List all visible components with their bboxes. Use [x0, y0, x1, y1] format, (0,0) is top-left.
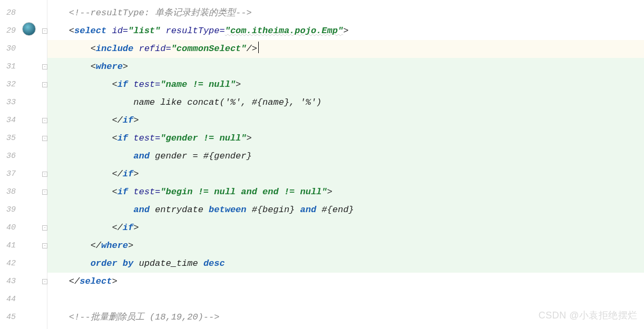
code-line[interactable]: </if> [47, 219, 644, 237]
xml-comment: <!--resultType: 单条记录封装的类型--> [69, 8, 252, 18]
fold-icon[interactable]: - [42, 118, 47, 123]
code-line[interactable]: and entrydate between #{begin} and #{end… [47, 201, 644, 219]
code-line[interactable]: </select> [47, 273, 644, 291]
editor-root: 28 29- 30 31- 32- 33 34- 35- 36 37- 38- … [0, 0, 644, 329]
fold-icon[interactable]: - [42, 243, 47, 248]
line-number: 38- [0, 183, 47, 201]
xml-tag: select [80, 276, 112, 286]
fold-icon[interactable]: - [42, 225, 47, 231]
xml-tag: if [123, 115, 133, 125]
line-number: 31- [0, 58, 47, 76]
code-line-active[interactable]: <include refid="commonSelect"/> [47, 40, 644, 58]
fold-icon[interactable]: - [42, 279, 47, 284]
code-line[interactable]: </where> [47, 237, 644, 255]
line-number: 42 [0, 255, 47, 273]
line-number: 40- [0, 219, 47, 237]
code-line[interactable]: <select id="list" resultType="com.itheim… [47, 22, 644, 40]
xml-tag: if [118, 79, 128, 89]
annotation-avatar-icon [22, 22, 36, 36]
fold-icon[interactable]: - [42, 172, 47, 177]
fold-icon[interactable]: - [42, 136, 47, 141]
line-number: 33 [0, 94, 47, 112]
watermark-text: CSDN @小袁拒绝摆烂 [539, 309, 638, 322]
code-line[interactable]: <if test="gender != null"> [47, 129, 644, 147]
line-number: 36 [0, 147, 47, 165]
xml-comment: <!--批量删除员工 (18,19,20)--> [69, 312, 220, 322]
code-area[interactable]: <!--resultType: 单条记录封装的类型--> <select id=… [47, 0, 644, 329]
xml-tag: if [123, 223, 133, 233]
xml-tag: include [96, 44, 133, 54]
xml-tag: if [118, 187, 128, 197]
code-line[interactable]: <!--resultType: 单条记录封装的类型--> [47, 4, 644, 22]
line-number: 32- [0, 76, 47, 94]
line-number: 34- [0, 112, 47, 129]
line-number: 37- [0, 165, 47, 183]
line-number: 43- [0, 273, 47, 291]
fold-icon[interactable]: - [42, 82, 47, 87]
code-line[interactable]: order by update_time desc [47, 255, 644, 273]
code-line[interactable]: name like concat('%', #{name}, '%') [47, 94, 644, 112]
code-line[interactable]: </if> [47, 165, 644, 183]
line-number: 35- [0, 129, 47, 147]
xml-tag: select [74, 26, 106, 36]
xml-tag: where [101, 241, 128, 251]
line-number: 30 [0, 40, 47, 58]
gutter: 28 29- 30 31- 32- 33 34- 35- 36 37- 38- … [0, 0, 47, 329]
line-number: 41- [0, 237, 47, 255]
fold-icon[interactable]: - [42, 64, 47, 69]
text-caret [258, 42, 259, 53]
line-number: 39 [0, 201, 47, 219]
line-number: 44 [0, 291, 47, 308]
line-number: 45 [0, 308, 47, 326]
code-line[interactable]: <if test="name != null"> [47, 76, 644, 94]
line-number: 28 [0, 4, 47, 22]
code-line[interactable]: <if test="begin != null and end != null"… [47, 183, 644, 201]
xml-tag: if [118, 133, 128, 143]
code-line[interactable] [47, 291, 644, 308]
fold-icon[interactable]: - [42, 28, 47, 34]
code-line[interactable]: and gender = #{gender} [47, 147, 644, 165]
xml-tag: if [123, 169, 133, 179]
code-line[interactable]: </if> [47, 112, 644, 129]
code-line[interactable]: <where> [47, 58, 644, 76]
fold-icon[interactable]: - [42, 190, 47, 195]
xml-tag: where [96, 62, 123, 72]
